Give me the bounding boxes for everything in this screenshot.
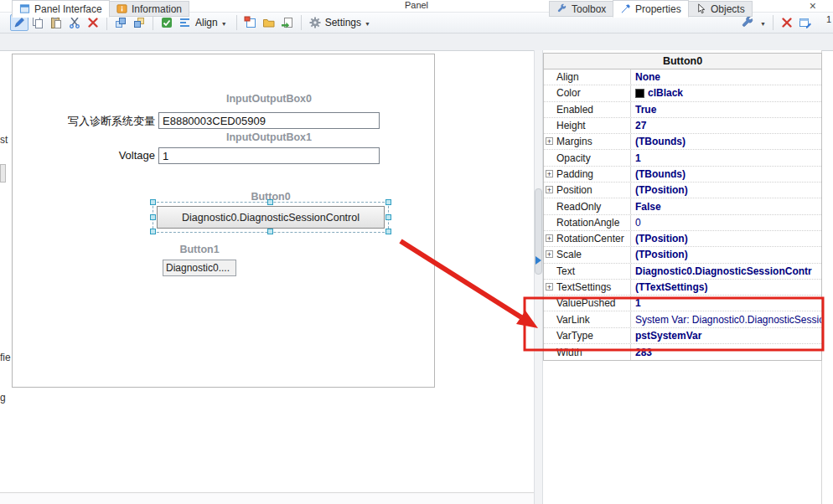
resize-handle-middle-right[interactable]: [385, 214, 391, 220]
property-row[interactable]: Opacity 1: [544, 150, 821, 166]
expand-icon[interactable]: [546, 315, 553, 322]
property-row[interactable]: +TextSettings (TTextSettings): [544, 280, 821, 296]
expand-icon[interactable]: [546, 153, 553, 161]
property-value[interactable]: 283: [635, 347, 652, 358]
resize-handle-bottom-center[interactable]: [267, 229, 273, 234]
expand-icon[interactable]: +: [546, 234, 553, 242]
property-row[interactable]: VarLink System Var: Diagnostic0.Diagnost…: [544, 311, 821, 327]
property-value[interactable]: Diagnostic0.DiagnosticSessionContr: [635, 265, 812, 277]
splitter-collapse-icon[interactable]: [536, 256, 541, 265]
property-value[interactable]: System Var: Diagnostic0.DiagnosticSessio: [635, 314, 821, 326]
property-value-cell[interactable]: (TPosition): [631, 247, 821, 262]
property-value[interactable]: (TPosition): [635, 249, 688, 260]
expand-icon[interactable]: [546, 267, 553, 275]
property-value[interactable]: (TPosition): [635, 233, 688, 244]
property-row[interactable]: Enabled True: [544, 102, 821, 118]
inputoutputbox1-field[interactable]: 1: [158, 147, 380, 164]
remove-panel-button[interactable]: [778, 14, 796, 31]
expand-icon[interactable]: [546, 332, 553, 339]
send-to-back-button[interactable]: [130, 14, 148, 31]
open-button[interactable]: [260, 14, 278, 31]
property-row[interactable]: Align None: [544, 69, 821, 85]
add-panel-button[interactable]: [241, 14, 260, 31]
expand-icon[interactable]: +: [546, 170, 553, 177]
property-row[interactable]: ReadOnly False: [544, 198, 821, 214]
resize-handle-top-center[interactable]: [267, 199, 273, 205]
expand-icon[interactable]: [546, 73, 553, 80]
property-value-cell[interactable]: 1: [631, 296, 821, 311]
property-value[interactable]: (TBounds): [635, 168, 686, 180]
property-row[interactable]: +Margins (TBounds): [544, 134, 821, 150]
property-value[interactable]: pstSystemVar: [635, 330, 701, 342]
property-row[interactable]: Color clBlack: [544, 85, 821, 101]
property-row[interactable]: Height 27: [544, 118, 821, 134]
property-value[interactable]: False: [635, 201, 661, 213]
expand-icon[interactable]: [546, 299, 553, 306]
align-dropdown-button[interactable]: Align ▼: [176, 14, 232, 31]
tab-information[interactable]: Information: [109, 1, 189, 17]
property-value[interactable]: 1: [635, 297, 641, 309]
expand-icon[interactable]: [546, 89, 553, 96]
property-value-cell[interactable]: 0: [631, 215, 821, 230]
property-value[interactable]: 27: [635, 120, 646, 131]
design-surface[interactable]: InputOutputBox0 写入诊断系统变量 E8880003CED0590…: [12, 54, 435, 388]
property-value[interactable]: None: [635, 71, 660, 83]
close-button[interactable]: ×: [810, 0, 816, 13]
expand-icon[interactable]: [546, 121, 553, 129]
property-row[interactable]: Width 283: [544, 344, 821, 360]
property-row[interactable]: +Position (TPosition): [544, 183, 821, 198]
property-value-cell[interactable]: (TPosition): [631, 183, 821, 198]
button0[interactable]: Diagnostic0.DiagnosticSessionControl: [157, 206, 385, 229]
resize-handle-top-left[interactable]: [150, 199, 156, 205]
tools-button[interactable]: [738, 14, 757, 31]
expand-icon[interactable]: +: [546, 283, 553, 291]
expand-icon[interactable]: +: [546, 250, 553, 258]
expand-icon[interactable]: +: [546, 137, 553, 145]
property-value-cell[interactable]: clBlack: [631, 85, 821, 100]
vertical-scrollbar[interactable]: [534, 50, 543, 504]
button1[interactable]: Diagnostic0....: [163, 260, 236, 276]
tab-properties[interactable]: Properties: [613, 0, 689, 18]
expand-icon[interactable]: [546, 219, 553, 226]
property-value-cell[interactable]: 1: [631, 150, 821, 165]
resize-handle-middle-left[interactable]: [150, 214, 156, 220]
property-value-cell[interactable]: (TPosition): [631, 231, 821, 246]
resize-handle-top-right[interactable]: [385, 199, 391, 205]
bring-to-front-button[interactable]: [111, 14, 130, 31]
tab-toolbox[interactable]: Toolbox: [549, 1, 613, 17]
expand-icon[interactable]: [546, 347, 553, 355]
expand-icon[interactable]: +: [546, 186, 553, 193]
inputoutputbox0-field[interactable]: E8880003CED05909: [158, 112, 380, 129]
property-value-cell[interactable]: True: [631, 102, 821, 117]
tab-panel-interface[interactable]: Panel Interface: [12, 0, 110, 18]
property-value-cell[interactable]: pstSystemVar: [631, 328, 821, 343]
property-row[interactable]: Text Diagnostic0.DiagnosticSessionContr: [544, 264, 821, 280]
property-value[interactable]: clBlack: [648, 87, 683, 99]
property-row[interactable]: VarType pstSystemVar: [544, 328, 821, 344]
property-value-cell[interactable]: Diagnostic0.DiagnosticSessionContr: [631, 264, 821, 279]
edit-panel-button[interactable]: [796, 14, 815, 31]
property-value-cell[interactable]: (TTextSettings): [631, 280, 821, 295]
resize-handle-bottom-right[interactable]: [385, 229, 391, 234]
property-value-cell[interactable]: System Var: Diagnostic0.DiagnosticSessio: [631, 311, 821, 327]
expand-icon[interactable]: [546, 105, 553, 113]
property-row[interactable]: +RotationCenter (TPosition): [544, 231, 821, 247]
property-value[interactable]: 1: [635, 152, 641, 164]
property-row[interactable]: +Padding (TBounds): [544, 167, 821, 183]
property-value[interactable]: 0: [635, 217, 641, 229]
property-value-cell[interactable]: 27: [631, 118, 821, 133]
export-button[interactable]: [278, 14, 297, 31]
property-row[interactable]: ValuePushed 1: [544, 296, 821, 311]
property-value[interactable]: (TBounds): [635, 136, 686, 147]
property-row[interactable]: +Scale (TPosition): [544, 247, 821, 263]
property-value-cell[interactable]: 283: [631, 344, 821, 360]
resize-handle-bottom-left[interactable]: [150, 229, 156, 234]
property-value-cell[interactable]: None: [631, 69, 821, 85]
tab-objects[interactable]: Objects: [688, 1, 753, 17]
property-row[interactable]: RotationAngle 0: [544, 215, 821, 231]
select-check-button[interactable]: [158, 14, 176, 31]
settings-dropdown-button[interactable]: Settings ▼: [306, 14, 375, 31]
property-value-cell[interactable]: False: [631, 198, 821, 213]
property-value[interactable]: (TTextSettings): [635, 281, 707, 293]
property-value[interactable]: (TPosition): [635, 184, 688, 196]
